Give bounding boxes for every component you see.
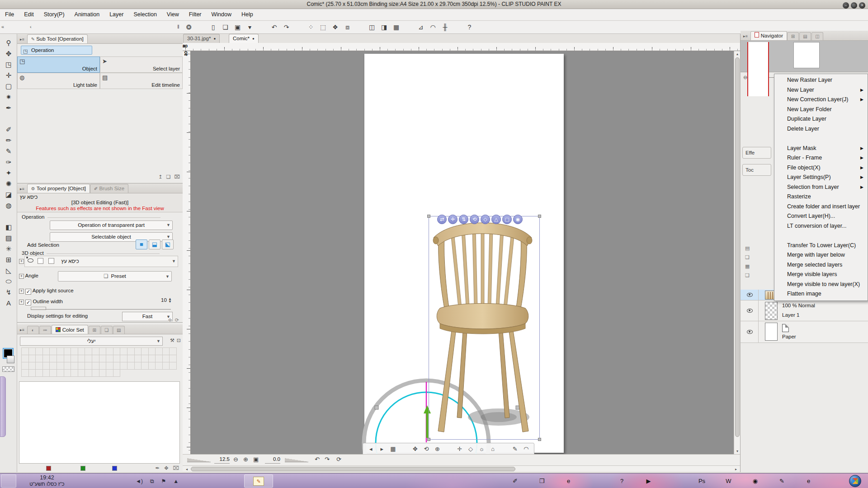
zoom-slider[interactable] <box>187 458 211 462</box>
color-swatch[interactable] <box>99 362 107 370</box>
pinned-notes-tray-app[interactable]: ✎ <box>244 474 273 488</box>
color-swatch[interactable] <box>113 369 121 377</box>
maximize-button[interactable]: □ <box>851 2 857 9</box>
3d-object-row[interactable]: כיסא עץ ▼ <box>24 256 178 267</box>
layer-row-paper[interactable]: Paper <box>741 321 868 343</box>
brush-size-tab[interactable]: ✐Brush Size <box>90 184 128 193</box>
color-swatch[interactable] <box>169 362 177 370</box>
show-desktop-button[interactable] <box>1 474 16 488</box>
document-tab-1[interactable]: 30-31.jpg*● <box>183 34 220 43</box>
object-checkbox-1[interactable] <box>38 258 43 264</box>
color-swatch[interactable] <box>92 347 99 355</box>
rotation-slider[interactable] <box>285 458 308 462</box>
layer-visible-icon[interactable] <box>747 330 753 334</box>
item-bank-tab[interactable]: ◫ <box>811 32 823 40</box>
object-row-expand[interactable]: + <box>19 258 24 264</box>
color-swatch[interactable] <box>78 369 85 377</box>
selection-handle[interactable] <box>427 215 430 218</box>
color-swatch[interactable] <box>57 355 64 362</box>
color-swatch[interactable] <box>127 355 135 362</box>
subtool-object[interactable]: ◳ Object <box>17 56 100 73</box>
color-swatch[interactable] <box>148 355 156 362</box>
light-expand[interactable]: + <box>19 289 24 294</box>
document-tab-2-active[interactable]: Comic*● <box>229 34 259 44</box>
color-swatch[interactable] <box>28 369 36 377</box>
fit-to-screen-icon[interactable]: ▣ <box>253 456 259 463</box>
color-swatch[interactable] <box>78 347 85 355</box>
selection-remove-button[interactable]: ⬕ <box>162 239 174 249</box>
color-swatch[interactable] <box>49 369 57 377</box>
color-swatch[interactable] <box>113 362 121 370</box>
color-swatch[interactable] <box>99 369 107 377</box>
canvas-viewport[interactable]: ⇄✛⇅⟲◇△▢◉ ◂▸▦✥⟲⊕✛◇☼⌂✎◠ <box>191 51 734 454</box>
information-tab[interactable]: ▤ <box>799 32 811 40</box>
color-swatch[interactable] <box>127 362 135 370</box>
horizontal-scroll-thumb[interactable] <box>191 467 515 471</box>
color-swatch[interactable] <box>57 362 64 370</box>
color-swatch[interactable] <box>28 362 36 370</box>
rotation-value[interactable]: 0.0 <box>265 456 280 464</box>
nav-zoom-out-icon[interactable]: ⊖ <box>743 75 747 80</box>
apply-light-checkbox[interactable]: ✓ <box>25 289 31 295</box>
rotate-ccw-icon[interactable]: ↶ <box>315 456 320 463</box>
subtool-edit-timeline[interactable]: ▤ Edit timeline <box>100 73 183 89</box>
collapsed-panel-effect[interactable]: Effe <box>742 147 771 159</box>
footer-swatch-red[interactable] <box>46 466 51 471</box>
color-swatch[interactable] <box>71 347 78 355</box>
angle-preset-button[interactable]: ❏Preset▼ <box>58 271 172 282</box>
replace-color-icon[interactable]: ✒ <box>155 465 160 471</box>
selection-handle[interactable] <box>538 438 541 441</box>
outline-checkbox[interactable]: ✓ <box>25 300 31 305</box>
lock-color-set-icon[interactable]: ⊡ <box>177 338 181 343</box>
color-swatch[interactable] <box>148 362 156 370</box>
rotate-cw-icon[interactable]: ↷ <box>325 456 330 463</box>
vertical-scroll-thumb[interactable] <box>735 57 740 437</box>
panel-menu-icon[interactable]: ▸≡ <box>20 187 24 191</box>
delete-subtool-icon[interactable]: ⌧ <box>174 174 180 180</box>
color-swatch[interactable] <box>85 347 92 355</box>
layer-name[interactable]: Layer 1 <box>782 312 799 318</box>
color-swatch[interactable] <box>85 369 92 377</box>
color-swatch[interactable] <box>106 355 113 362</box>
close-button[interactable]: ✕ <box>859 2 865 9</box>
color-swatch[interactable] <box>92 369 99 377</box>
outline-width-slider[interactable] <box>31 307 171 310</box>
menu-bar-item[interactable]: Edit <box>19 9 39 20</box>
menu-bar-item[interactable]: Window <box>207 9 236 20</box>
selection-handle[interactable] <box>427 438 430 441</box>
color-swatch[interactable] <box>42 347 50 355</box>
color-swatch[interactable] <box>57 347 64 355</box>
object-visible-icon[interactable] <box>28 258 33 263</box>
color-swatch[interactable] <box>42 369 50 377</box>
color-swatch[interactable] <box>134 355 142 362</box>
taskbar-clock[interactable]: 19:42 כ"ז כסלו תשע"ט <box>20 474 74 487</box>
color-swatch[interactable] <box>49 355 57 362</box>
color-swatch[interactable] <box>35 355 43 362</box>
panel-menu-icon[interactable]: ▸≡ <box>743 34 748 38</box>
zoom-out-icon[interactable]: ⊖ <box>233 456 238 463</box>
sub-view-tab[interactable]: ⊞ <box>787 32 799 40</box>
color-swatch[interactable] <box>28 347 36 355</box>
color-swatch[interactable] <box>21 347 29 355</box>
color-swatch[interactable] <box>155 362 163 370</box>
color-swatch[interactable] <box>49 362 57 370</box>
color-swatch[interactable] <box>35 362 43 370</box>
register-subtool-icon[interactable]: ↥ <box>158 174 162 180</box>
footer-swatch-blue[interactable] <box>112 466 117 471</box>
outline-width-value[interactable]: 10 ▲▼ <box>161 297 172 303</box>
minimize-button[interactable]: – <box>843 2 849 9</box>
layer-row-layer1[interactable]: 100 % Normal Layer 1 <box>741 300 868 321</box>
display-settings-dropdown[interactable]: Fast▼ <box>122 312 173 321</box>
subtool-group-operation[interactable]: ◳ Operation <box>21 46 92 55</box>
color-swatch[interactable] <box>120 347 127 355</box>
scroll-right-icon[interactable]: ▸ <box>733 467 739 471</box>
color-swatch[interactable] <box>64 355 71 362</box>
background-color-swatch[interactable] <box>7 356 14 363</box>
scroll-up-icon[interactable]: ▴ <box>734 52 741 56</box>
subtool-tab[interactable]: ✎Sub Tool [Operation] <box>27 34 88 43</box>
color-swatch[interactable] <box>155 355 163 362</box>
color-swatch[interactable] <box>92 362 99 370</box>
zoom-in-icon[interactable]: ⊕ <box>243 456 248 463</box>
vertical-scrollbar[interactable]: ▴ ▾ <box>734 51 740 454</box>
color-swatch[interactable] <box>21 362 29 370</box>
